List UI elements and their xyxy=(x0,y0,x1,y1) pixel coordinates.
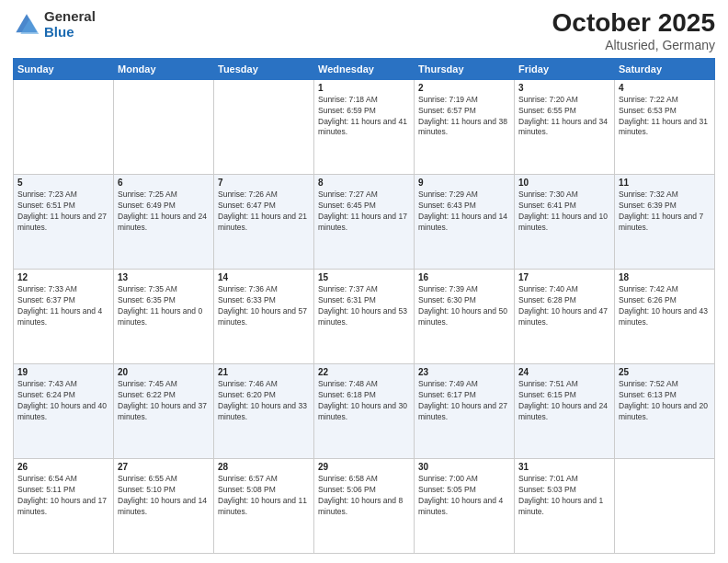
day-number: 16 xyxy=(418,272,510,282)
day-number: 21 xyxy=(218,367,310,377)
day-info: Sunrise: 7:26 AMSunset: 6:47 PMDaylight:… xyxy=(218,190,307,232)
day-number: 9 xyxy=(418,178,510,188)
day-cell-0-3: 1 Sunrise: 7:18 AMSunset: 6:59 PMDayligh… xyxy=(314,79,415,174)
day-cell-0-1 xyxy=(114,79,214,174)
day-cell-1-3: 8 Sunrise: 7:27 AMSunset: 6:45 PMDayligh… xyxy=(314,174,415,269)
day-cell-0-5: 3 Sunrise: 7:20 AMSunset: 6:55 PMDayligh… xyxy=(515,79,615,174)
day-info: Sunrise: 7:36 AMSunset: 6:33 PMDaylight:… xyxy=(218,284,307,327)
day-cell-4-1: 27 Sunrise: 6:55 AMSunset: 5:10 PMDaylig… xyxy=(114,458,214,553)
day-cell-3-0: 19 Sunrise: 7:43 AMSunset: 6:24 PMDaylig… xyxy=(14,363,114,458)
day-number: 10 xyxy=(518,178,610,188)
day-cell-3-2: 21 Sunrise: 7:46 AMSunset: 6:20 PMDaylig… xyxy=(214,363,314,458)
day-info: Sunrise: 7:22 AMSunset: 6:53 PMDaylight:… xyxy=(619,95,708,137)
day-info: Sunrise: 7:37 AMSunset: 6:31 PMDaylight:… xyxy=(318,284,407,327)
week-row-4: 26 Sunrise: 6:54 AMSunset: 5:11 PMDaylig… xyxy=(14,458,715,553)
day-cell-0-4: 2 Sunrise: 7:19 AMSunset: 6:57 PMDayligh… xyxy=(415,79,515,174)
day-info: Sunrise: 7:29 AMSunset: 6:43 PMDaylight:… xyxy=(418,190,507,232)
day-cell-1-1: 6 Sunrise: 7:25 AMSunset: 6:49 PMDayligh… xyxy=(114,174,214,269)
day-info: Sunrise: 7:30 AMSunset: 6:41 PMDaylight:… xyxy=(518,190,608,232)
day-info: Sunrise: 7:39 AMSunset: 6:30 PMDaylight:… xyxy=(418,284,507,327)
day-info: Sunrise: 7:01 AMSunset: 5:03 PMDaylight:… xyxy=(518,474,603,516)
header-thursday: Thursday xyxy=(415,58,515,79)
day-number: 3 xyxy=(518,83,610,93)
day-cell-2-5: 17 Sunrise: 7:40 AMSunset: 6:28 PMDaylig… xyxy=(515,269,615,363)
day-cell-3-6: 25 Sunrise: 7:52 AMSunset: 6:13 PMDaylig… xyxy=(615,363,715,458)
day-cell-3-4: 23 Sunrise: 7:49 AMSunset: 6:17 PMDaylig… xyxy=(415,363,515,458)
logo-icon xyxy=(13,11,40,39)
day-number: 2 xyxy=(418,83,510,93)
day-info: Sunrise: 7:52 AMSunset: 6:13 PMDaylight:… xyxy=(619,379,708,421)
header-sunday: Sunday xyxy=(14,58,114,79)
day-number: 27 xyxy=(118,462,210,472)
header-tuesday: Tuesday xyxy=(214,58,314,79)
day-cell-0-0 xyxy=(14,79,114,174)
day-cell-3-3: 22 Sunrise: 7:48 AMSunset: 6:18 PMDaylig… xyxy=(314,363,415,458)
day-info: Sunrise: 7:23 AMSunset: 6:51 PMDaylight:… xyxy=(17,190,107,232)
day-info: Sunrise: 7:35 AMSunset: 6:35 PMDaylight:… xyxy=(118,284,202,327)
day-info: Sunrise: 6:55 AMSunset: 5:10 PMDaylight:… xyxy=(118,474,207,516)
day-number: 4 xyxy=(619,83,711,93)
day-cell-3-1: 20 Sunrise: 7:45 AMSunset: 6:22 PMDaylig… xyxy=(114,363,214,458)
header-friday: Friday xyxy=(515,58,615,79)
day-number: 7 xyxy=(218,178,310,188)
day-number: 26 xyxy=(17,462,109,472)
day-info: Sunrise: 7:46 AMSunset: 6:20 PMDaylight:… xyxy=(218,379,307,421)
day-number: 22 xyxy=(318,367,410,377)
day-number: 19 xyxy=(17,367,109,377)
day-number: 23 xyxy=(418,367,510,377)
day-number: 15 xyxy=(318,272,410,282)
day-number: 14 xyxy=(218,272,310,282)
day-number: 13 xyxy=(118,272,210,282)
day-cell-2-4: 16 Sunrise: 7:39 AMSunset: 6:30 PMDaylig… xyxy=(415,269,515,363)
day-number: 8 xyxy=(318,178,410,188)
day-info: Sunrise: 7:27 AMSunset: 6:45 PMDaylight:… xyxy=(318,190,407,232)
day-number: 20 xyxy=(118,367,210,377)
day-number: 25 xyxy=(619,367,711,377)
day-cell-1-4: 9 Sunrise: 7:29 AMSunset: 6:43 PMDayligh… xyxy=(415,174,515,269)
logo-text: General Blue xyxy=(44,9,96,40)
day-info: Sunrise: 7:19 AMSunset: 6:57 PMDaylight:… xyxy=(418,95,507,137)
logo: General Blue xyxy=(13,9,96,40)
day-info: Sunrise: 7:18 AMSunset: 6:59 PMDaylight:… xyxy=(318,95,407,137)
day-number: 28 xyxy=(218,462,310,472)
day-cell-4-6 xyxy=(615,458,715,553)
day-cell-4-4: 30 Sunrise: 7:00 AMSunset: 5:05 PMDaylig… xyxy=(415,458,515,553)
day-number: 12 xyxy=(17,272,109,282)
day-info: Sunrise: 7:32 AMSunset: 6:39 PMDaylight:… xyxy=(619,190,703,232)
day-cell-2-6: 18 Sunrise: 7:42 AMSunset: 6:26 PMDaylig… xyxy=(615,269,715,363)
day-info: Sunrise: 6:58 AMSunset: 5:06 PMDaylight:… xyxy=(318,474,403,516)
day-info: Sunrise: 6:57 AMSunset: 5:08 PMDaylight:… xyxy=(218,474,307,516)
day-cell-1-6: 11 Sunrise: 7:32 AMSunset: 6:39 PMDaylig… xyxy=(615,174,715,269)
day-cell-0-6: 4 Sunrise: 7:22 AMSunset: 6:53 PMDayligh… xyxy=(615,79,715,174)
day-number: 17 xyxy=(518,272,610,282)
day-number: 24 xyxy=(518,367,610,377)
day-info: Sunrise: 7:45 AMSunset: 6:22 PMDaylight:… xyxy=(118,379,207,421)
day-number: 1 xyxy=(318,83,410,93)
logo-blue-label: Blue xyxy=(44,25,96,40)
day-number: 11 xyxy=(619,178,711,188)
day-cell-2-1: 13 Sunrise: 7:35 AMSunset: 6:35 PMDaylig… xyxy=(114,269,214,363)
day-cell-4-3: 29 Sunrise: 6:58 AMSunset: 5:06 PMDaylig… xyxy=(314,458,415,553)
header-monday: Monday xyxy=(114,58,214,79)
calendar-location: Altusried, Germany xyxy=(552,38,715,52)
day-number: 31 xyxy=(518,462,610,472)
header: General Blue October 2025 Altusried, Ger… xyxy=(13,9,715,52)
calendar-table: Sunday Monday Tuesday Wednesday Thursday… xyxy=(13,58,715,554)
header-wednesday: Wednesday xyxy=(314,58,415,79)
day-info: Sunrise: 7:33 AMSunset: 6:37 PMDaylight:… xyxy=(17,284,102,327)
day-info: Sunrise: 7:48 AMSunset: 6:18 PMDaylight:… xyxy=(318,379,407,421)
week-row-1: 5 Sunrise: 7:23 AMSunset: 6:51 PMDayligh… xyxy=(14,174,715,269)
day-info: Sunrise: 7:49 AMSunset: 6:17 PMDaylight:… xyxy=(418,379,507,421)
day-cell-4-5: 31 Sunrise: 7:01 AMSunset: 5:03 PMDaylig… xyxy=(515,458,615,553)
title-block: October 2025 Altusried, Germany xyxy=(552,9,715,52)
day-cell-3-5: 24 Sunrise: 7:51 AMSunset: 6:15 PMDaylig… xyxy=(515,363,615,458)
day-cell-1-5: 10 Sunrise: 7:30 AMSunset: 6:41 PMDaylig… xyxy=(515,174,615,269)
week-row-3: 19 Sunrise: 7:43 AMSunset: 6:24 PMDaylig… xyxy=(14,363,715,458)
day-cell-2-2: 14 Sunrise: 7:36 AMSunset: 6:33 PMDaylig… xyxy=(214,269,314,363)
day-info: Sunrise: 7:42 AMSunset: 6:26 PMDaylight:… xyxy=(619,284,708,327)
header-saturday: Saturday xyxy=(615,58,715,79)
day-cell-1-2: 7 Sunrise: 7:26 AMSunset: 6:47 PMDayligh… xyxy=(214,174,314,269)
day-cell-4-0: 26 Sunrise: 6:54 AMSunset: 5:11 PMDaylig… xyxy=(14,458,114,553)
day-number: 30 xyxy=(418,462,510,472)
day-number: 6 xyxy=(118,178,210,188)
